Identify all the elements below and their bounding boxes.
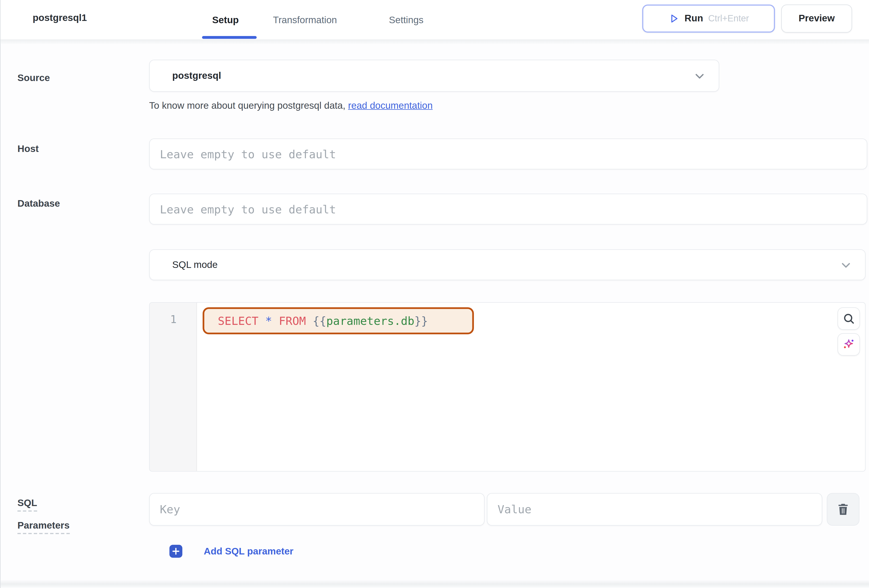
search-icon (842, 312, 856, 325)
line-number: 1 (150, 313, 197, 325)
code-token-star: * (265, 314, 279, 327)
param-key-input[interactable] (150, 494, 484, 525)
chevron-down-icon (839, 258, 853, 271)
header-divider (1, 39, 869, 44)
highlighted-code-line[interactable]: SELECT * FROM {{parameters.db}} (203, 307, 474, 334)
code-token-close-brace: }} (414, 314, 428, 327)
run-button[interactable]: Run Ctrl+Enter (642, 4, 775, 33)
query-title: postgresql1 (33, 12, 87, 24)
active-tab-indicator (202, 36, 257, 39)
query-editor-panel: postgresql1 Setup Transformation Setting… (0, 0, 869, 588)
tab-settings[interactable]: Settings (389, 15, 424, 26)
sql-parameters-label-line1: SQL (18, 498, 37, 509)
play-icon (668, 13, 679, 24)
add-sql-parameter-label: Add SQL parameter (204, 546, 294, 557)
database-field-wrap (149, 194, 868, 225)
source-label: Source (18, 73, 50, 84)
add-sql-parameter-button[interactable]: Add SQL parameter (169, 545, 294, 558)
header: postgresql1 Setup Transformation Setting… (1, 0, 869, 39)
editor-search-button[interactable] (838, 307, 860, 330)
code-token-parameter: parameters.db (326, 314, 414, 327)
source-select[interactable]: postgresql (149, 60, 719, 92)
database-label: Database (18, 198, 60, 209)
sql-parameters-word-parameters: Parameters (18, 520, 70, 534)
preview-button[interactable]: Preview (781, 4, 852, 33)
sql-mode-select[interactable]: SQL mode (149, 249, 866, 280)
sql-parameters-label-line2: Parameters (18, 520, 70, 531)
delete-parameter-button[interactable] (827, 493, 860, 526)
run-label: Run (685, 13, 703, 24)
editor-ai-button[interactable] (838, 333, 860, 356)
param-value-field-wrap (487, 493, 822, 526)
editor-gutter: 1 (150, 303, 197, 471)
read-documentation-link[interactable]: read documentation (348, 100, 433, 111)
sql-code-editor[interactable]: 1 SELECT * FROM {{parameters.db}} (149, 302, 866, 472)
tab-transformation[interactable]: Transformation (273, 15, 337, 26)
param-value-input[interactable] (487, 494, 822, 525)
host-input[interactable] (150, 139, 867, 169)
param-key-field-wrap (149, 493, 485, 526)
code-token-from: FROM (279, 314, 313, 327)
trash-icon (836, 502, 851, 517)
code-token-select: SELECT (218, 314, 265, 327)
database-input[interactable] (150, 194, 867, 224)
source-helper-text: To know more about querying postgresql d… (149, 100, 433, 111)
sql-mode-value: SQL mode (172, 259, 218, 270)
bottom-divider (1, 580, 869, 588)
plus-icon (169, 545, 182, 558)
source-value: postgresql (172, 70, 221, 81)
preview-label: Preview (799, 13, 835, 24)
tab-setup[interactable]: Setup (212, 15, 239, 26)
sql-parameters-word-sql: SQL (18, 498, 37, 512)
code-token-open-brace: {{ (313, 314, 326, 327)
helper-prefix: To know more about querying postgresql d… (149, 100, 348, 111)
run-shortcut: Ctrl+Enter (708, 13, 749, 24)
setup-form: Source postgresql To know more about que… (1, 44, 869, 588)
host-field-wrap (149, 138, 868, 169)
ai-sparkle-icon (842, 338, 856, 351)
host-label: Host (18, 144, 39, 155)
chevron-down-icon (693, 69, 706, 82)
